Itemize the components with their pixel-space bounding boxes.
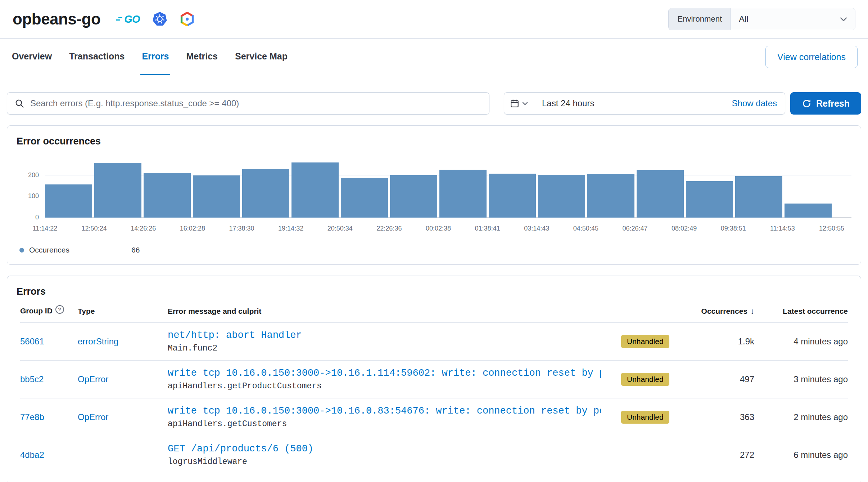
table-row: 56061 errorString net/http: abort Handle… bbox=[20, 323, 848, 361]
errors-table-title: Errors bbox=[17, 286, 851, 297]
tab-label: Metrics bbox=[186, 51, 218, 62]
x-axis-tick-label: 16:02:28 bbox=[180, 225, 205, 232]
date-picker-menu-button[interactable] bbox=[504, 93, 534, 114]
refresh-button[interactable]: Refresh bbox=[790, 92, 861, 115]
chart-bar bbox=[242, 169, 289, 218]
tab[interactable]: Service Map bbox=[234, 39, 289, 75]
environment-label: Environment bbox=[669, 8, 731, 30]
search-input[interactable] bbox=[30, 98, 482, 108]
chart-bar bbox=[390, 175, 437, 218]
chart-bar bbox=[686, 181, 733, 218]
environment-value: All bbox=[739, 14, 749, 24]
table-row: 4dba2 GET /api/products/6 (500) logrusMi… bbox=[20, 436, 848, 474]
legend-label: Occurences bbox=[29, 246, 69, 254]
x-axis-tick-label: 20:50:34 bbox=[327, 225, 353, 232]
chart-plot-area: 200 100 0 bbox=[45, 161, 851, 218]
error-message-link[interactable]: net/http: abort Handler bbox=[168, 330, 601, 341]
google-cloud-icon bbox=[180, 12, 194, 26]
y-axis-tick-label: 100 bbox=[17, 192, 39, 200]
chart-bar bbox=[193, 175, 240, 218]
tab-label: Overview bbox=[12, 51, 52, 62]
table-header-row: Group ID? Type Error message and culprit… bbox=[20, 307, 848, 323]
latest-occurrence: 4 minutes ago bbox=[754, 336, 848, 347]
bar-series bbox=[45, 161, 832, 218]
x-axis: 11:14:2212:50:2414:26:2616:02:2817:38:30… bbox=[45, 225, 832, 234]
x-axis-tick-label: 17:38:30 bbox=[229, 225, 254, 232]
x-axis-tick-label: 11:14:53 bbox=[770, 225, 795, 232]
search-box bbox=[7, 92, 489, 115]
chart-bar bbox=[637, 170, 684, 218]
error-message-link[interactable]: write tcp 10.16.0.150:3000->10.16.1.114:… bbox=[168, 368, 601, 379]
view-correlations-button[interactable]: View correlations bbox=[765, 46, 858, 68]
x-axis-tick-label: 12:50:24 bbox=[82, 225, 107, 232]
chart-bar bbox=[144, 173, 191, 218]
time-range-label[interactable]: Last 24 hours bbox=[542, 98, 594, 108]
top-bar: opbeans-go GO bbox=[0, 0, 868, 39]
x-axis-tick-label: 03:14:43 bbox=[524, 225, 549, 232]
tab[interactable]: Overview bbox=[10, 39, 53, 75]
x-axis-tick-label: 04:50:45 bbox=[573, 225, 598, 232]
unhandled-badge: Unhandled bbox=[621, 411, 669, 424]
error-message-cell: write tcp 10.16.0.150:3000->10.16.0.83:5… bbox=[168, 406, 621, 429]
service-title: opbeans-go bbox=[13, 10, 100, 28]
tab[interactable]: Transactions bbox=[68, 39, 126, 75]
chart-bar bbox=[489, 174, 536, 218]
agent-icons: GO bbox=[124, 12, 194, 26]
error-message-link[interactable]: write tcp 10.16.0.150:3000->10.16.0.83:5… bbox=[168, 406, 601, 416]
group-id-link[interactable]: 4dba2 bbox=[20, 450, 78, 460]
refresh-icon bbox=[802, 99, 812, 108]
badge-cell: Unhandled bbox=[621, 335, 690, 348]
chart-bar bbox=[291, 162, 339, 218]
latest-occurrence: 6 minutes ago bbox=[754, 450, 848, 460]
error-occurrences-chart: 200 100 0 11:14:2212:50:2414:26:2616:02:… bbox=[17, 161, 851, 254]
column-header-latest: Latest occurrence bbox=[754, 307, 848, 316]
table-row: 77e8b OpError write tcp 10.16.0.150:3000… bbox=[20, 398, 848, 436]
error-message-link[interactable]: GET /api/products/6 (500) bbox=[168, 443, 601, 454]
unhandled-badge: Unhandled bbox=[621, 335, 669, 348]
group-id-link[interactable]: bb5c2 bbox=[20, 374, 78, 384]
group-id-link[interactable]: 77e8b bbox=[20, 412, 78, 422]
unhandled-badge: Unhandled bbox=[621, 373, 669, 386]
tab[interactable]: Metrics bbox=[185, 39, 219, 75]
occurrences-count: 363 bbox=[690, 412, 754, 422]
question-mark-icon[interactable]: ? bbox=[55, 305, 64, 314]
chevron-down-icon bbox=[840, 17, 847, 22]
latest-occurrence: 2 minutes ago bbox=[754, 412, 848, 422]
chart-title: Error occurrences bbox=[17, 136, 851, 147]
error-type-link[interactable]: errorString bbox=[78, 336, 168, 347]
calendar-icon bbox=[510, 99, 519, 108]
tab[interactable]: Errors bbox=[140, 39, 170, 75]
chart-bar bbox=[45, 184, 92, 218]
x-axis-tick-label: 14:26:26 bbox=[131, 225, 156, 232]
x-axis-tick-label: 01:38:41 bbox=[475, 225, 500, 232]
occurrences-count: 497 bbox=[690, 374, 754, 384]
error-culprit: Main.func2 bbox=[168, 344, 601, 353]
error-type-link[interactable]: OpError bbox=[78, 374, 168, 384]
tab-label: Transactions bbox=[69, 51, 125, 62]
x-axis-tick-label: 19:14:32 bbox=[278, 225, 303, 232]
legend-value: 66 bbox=[131, 246, 140, 254]
column-header-message: Error message and culprit bbox=[168, 307, 621, 316]
group-id-link[interactable]: 56061 bbox=[20, 336, 78, 347]
x-axis-tick-label: 06:26:47 bbox=[622, 225, 647, 232]
y-axis-tick-label: 0 bbox=[17, 214, 39, 221]
show-dates-link[interactable]: Show dates bbox=[732, 98, 777, 108]
chevron-down-icon bbox=[522, 102, 528, 106]
sort-descending-icon: ↓ bbox=[750, 307, 754, 316]
chart-bar bbox=[538, 175, 585, 218]
tab-bar: Overview Transactions Errors Metrics Ser… bbox=[0, 39, 868, 75]
error-type-link[interactable]: OpError bbox=[78, 412, 168, 422]
chart-legend-item[interactable]: Occurences 66 bbox=[19, 246, 851, 254]
environment-select[interactable]: All bbox=[731, 8, 855, 30]
errors-panel: Errors Group ID? Type Error message and … bbox=[7, 276, 861, 482]
occurrences-count: 1.9k bbox=[690, 336, 754, 347]
chart-bar bbox=[785, 204, 832, 218]
x-axis-tick-label: 12:50:55 bbox=[819, 225, 844, 232]
environment-control: Environment All bbox=[668, 8, 855, 30]
errors-table: Group ID? Type Error message and culprit… bbox=[17, 307, 851, 474]
table-body: 56061 errorString net/http: abort Handle… bbox=[20, 323, 848, 474]
error-culprit: apiHandlers.getProductCustomers bbox=[168, 381, 601, 391]
badge-cell: Unhandled bbox=[621, 373, 690, 386]
chart-bar bbox=[341, 178, 388, 218]
column-header-occurrences[interactable]: Occurrences↓ bbox=[690, 307, 754, 316]
